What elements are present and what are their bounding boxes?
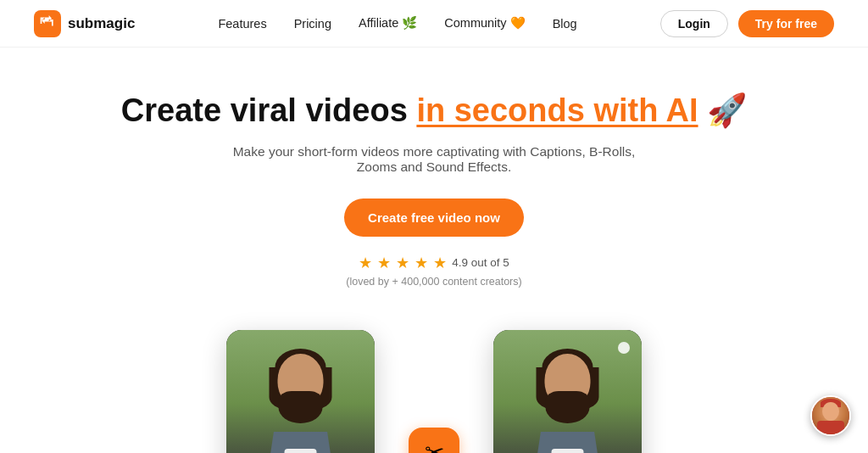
demo-section: BITION ✂ BITION THAT IF THEY CONSUME bbox=[0, 313, 868, 453]
avatar-head bbox=[822, 402, 839, 421]
try-free-button[interactable]: Try for free bbox=[738, 10, 834, 37]
hero-title-emoji: 🚀 bbox=[698, 92, 748, 128]
hero-title-part1: Create viral videos bbox=[121, 92, 417, 128]
before-video: BITION bbox=[226, 330, 375, 453]
beard bbox=[279, 391, 323, 423]
magic-wand-icon: ✂ bbox=[409, 428, 459, 453]
star-1: ★ bbox=[359, 254, 372, 272]
rating-value: 4.9 out of 5 bbox=[452, 256, 509, 269]
after-video: BITION THAT IF THEY CONSUME bbox=[493, 330, 642, 453]
rating-stars: ★ ★ ★ ★ ★ 4.9 out of 5 bbox=[17, 254, 851, 272]
nav-link-pricing[interactable]: Pricing bbox=[294, 17, 331, 31]
nav-link-affiliate[interactable]: Affiliate 🌿 bbox=[359, 16, 417, 31]
person-figure-left: BITION bbox=[226, 330, 375, 453]
login-button[interactable]: Login bbox=[660, 10, 728, 37]
loved-by-text: (loved by + 400,000 content creators) bbox=[17, 276, 851, 288]
nav-link-blog[interactable]: Blog bbox=[553, 17, 577, 31]
logo-text: submagic bbox=[68, 15, 135, 32]
tee-shirt-right bbox=[552, 449, 584, 453]
nav-actions: Login Try for free bbox=[660, 10, 834, 37]
star-5: ★ bbox=[433, 254, 447, 272]
avatar-bubble[interactable] bbox=[810, 395, 851, 436]
create-free-video-button[interactable]: Create free video now bbox=[344, 199, 524, 237]
star-3: ★ bbox=[396, 254, 409, 272]
star-4: ★ bbox=[415, 254, 428, 272]
beard-right bbox=[546, 391, 590, 423]
hero-title-highlight: in seconds with AI bbox=[416, 92, 698, 128]
hero-subtitle: Make your short-form videos more captiva… bbox=[214, 144, 654, 175]
nav-link-community[interactable]: Community 🧡 bbox=[444, 16, 525, 31]
navbar: submagic Features Pricing Affiliate 🌿 Co… bbox=[0, 0, 868, 48]
video-background-right: BITION THAT IF THEY CONSUME bbox=[493, 330, 642, 453]
logo[interactable]: submagic bbox=[34, 10, 135, 37]
logo-icon bbox=[34, 10, 61, 37]
record-dot bbox=[618, 342, 630, 354]
avatar-body bbox=[817, 421, 844, 434]
star-2: ★ bbox=[377, 254, 391, 272]
hero-section: Create viral videos in seconds with AI 🚀… bbox=[0, 48, 868, 313]
nav-links: Features Pricing Affiliate 🌿 Community 🧡… bbox=[218, 16, 576, 31]
logo-svg bbox=[39, 15, 56, 32]
nav-link-features[interactable]: Features bbox=[218, 17, 266, 31]
avatar-image bbox=[812, 397, 849, 434]
wand-emoji: ✂ bbox=[425, 439, 444, 453]
hero-title: Create viral videos in seconds with AI 🚀 bbox=[17, 92, 851, 131]
video-background-left: BITION bbox=[226, 330, 375, 453]
tee-shirt bbox=[285, 449, 317, 453]
